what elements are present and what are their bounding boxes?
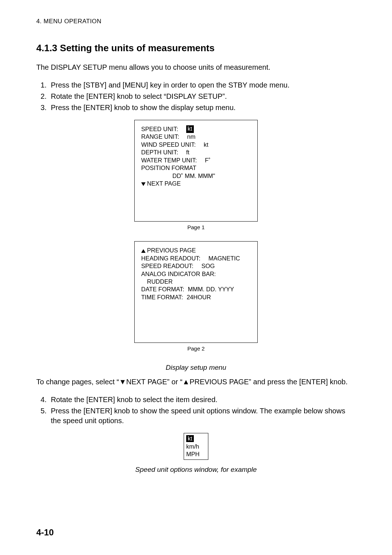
running-header: 4. MENU OPERATION <box>36 17 356 26</box>
menu-row: RUDDER <box>141 278 251 285</box>
menu-label: SPEED READOUT: <box>141 262 193 270</box>
menu-row: POSITION FORMAT <box>141 164 251 172</box>
menu-row: SPEED READOUT: SOG <box>141 262 251 270</box>
menu-row: DEPTH UNIT: ft <box>141 149 251 156</box>
triangle-down-icon <box>141 182 146 186</box>
option-item: MPH <box>186 450 206 458</box>
step-item: Press the [STBY] and [MENU] key in order… <box>49 80 356 90</box>
options-window: kt km/h MPH <box>184 433 208 460</box>
menu-label: TIME FORMAT: <box>141 293 183 301</box>
menu-label: DATE FORMAT: <box>141 285 184 293</box>
step-item: Press the [ENTER] knob to show the speed… <box>49 406 356 426</box>
step-item: Rotate the [ENTER] knob to select “DISPL… <box>49 92 356 101</box>
page-change-paragraph: To change pages, select “▼NEXT PAGE” or … <box>36 377 356 387</box>
menu-row: RANGE UNIT: nm <box>141 133 251 141</box>
section-heading: 4.1.3 Setting the units of measurements <box>36 42 356 54</box>
step-item: Press the [ENTER] knob to show the displ… <box>49 103 356 113</box>
menu-row: DATE FORMAT: MMM. DD. YYYY <box>141 285 251 293</box>
next-page-row: NEXT PAGE <box>141 180 251 187</box>
menu-row: ANALOG INDICATOR BAR: <box>141 270 251 278</box>
speed-unit-figure: kt km/h MPH Speed unit options window, f… <box>36 433 356 474</box>
option-selected: kt <box>186 435 194 442</box>
menu-value: 24HOUR <box>187 293 211 301</box>
menu-value: nm <box>187 133 196 141</box>
menu-value: kt <box>204 141 208 149</box>
menu-value-selected: kt <box>186 125 194 133</box>
menu-row: DD˚ MM. MMM" <box>141 172 251 180</box>
menu-value: F˚ <box>205 157 211 164</box>
menu-row: SPEED UNIT: kt <box>141 125 251 133</box>
display-setup-figure: SPEED UNIT: kt RANGE UNIT: nm WIND SPEED… <box>36 120 356 372</box>
menu-label: POSITION FORMAT <box>141 165 196 171</box>
screen-caption-1: Page 1 <box>36 224 356 231</box>
page-sheet: 4. MENU OPERATION 4.1.3 Setting the unit… <box>0 0 392 555</box>
menu-label: SPEED UNIT: <box>141 125 178 133</box>
menu-row: HEADING READOUT: MAGNETIC <box>141 255 251 262</box>
menu-label: WIND SPEED UNIT: <box>141 141 196 149</box>
menu-value: DD˚ MM. MMM" <box>172 173 215 179</box>
screen-box-page-1: SPEED UNIT: kt RANGE UNIT: nm WIND SPEED… <box>134 120 258 222</box>
menu-label: WATER TEMP UNIT: <box>141 157 197 164</box>
menu-label: HEADING READOUT: <box>141 255 200 262</box>
menu-value: RUDDER <box>147 278 173 285</box>
previous-page-row: PREVIOUS PAGE <box>141 247 251 254</box>
steps-list-1: Press the [STBY] and [MENU] key in order… <box>36 80 356 113</box>
option-item: km/h <box>186 443 206 450</box>
menu-label: DEPTH UNIT: <box>141 149 178 156</box>
triangle-up-icon <box>141 249 146 253</box>
screen-caption-2: Page 2 <box>36 345 356 352</box>
menu-label: ANALOG INDICATOR BAR: <box>141 271 216 277</box>
figure-caption-2: Speed unit options window, for example <box>36 465 356 474</box>
menu-row: WIND SPEED UNIT: kt <box>141 141 251 149</box>
menu-value: ft <box>186 149 189 156</box>
intro-paragraph: The DISPLAY SETUP menu allows you to cho… <box>36 62 356 72</box>
menu-value: SOG <box>201 262 215 270</box>
menu-row: WATER TEMP UNIT: F˚ <box>141 157 251 164</box>
figure-caption-1: Display setup menu <box>36 363 356 372</box>
next-page-label: NEXT PAGE <box>147 180 181 187</box>
steps-list-2: Rotate the [ENTER] knob to select the it… <box>36 395 356 426</box>
previous-page-label: PREVIOUS PAGE <box>147 247 196 254</box>
menu-label: RANGE UNIT: <box>141 133 179 141</box>
step-item: Rotate the [ENTER] knob to select the it… <box>49 395 356 405</box>
page-number: 4-10 <box>36 527 54 538</box>
menu-value: MMM. DD. YYYY <box>188 285 234 293</box>
menu-row: TIME FORMAT: 24HOUR <box>141 293 251 301</box>
menu-value: MAGNETIC <box>208 255 240 262</box>
screen-box-page-2: PREVIOUS PAGE HEADING READOUT: MAGNETIC … <box>134 241 258 343</box>
